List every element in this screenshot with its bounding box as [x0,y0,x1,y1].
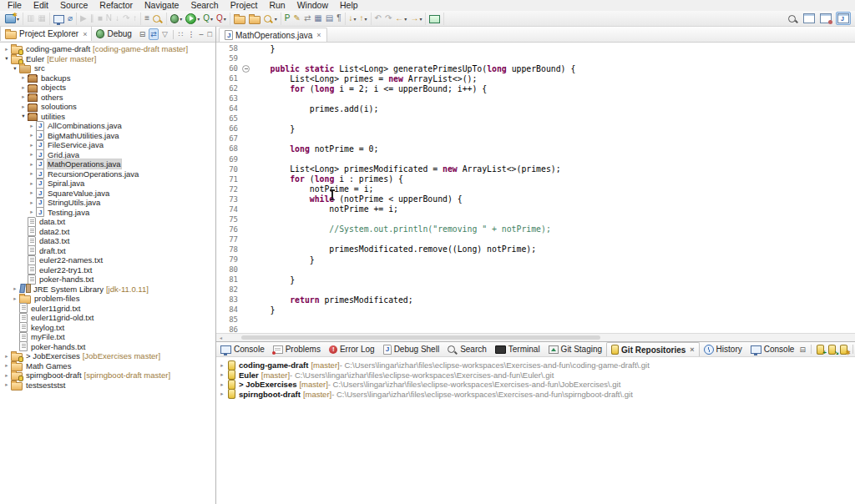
expander-icon[interactable]: ▸ [19,74,28,81]
tab-search[interactable]: Search [443,343,491,356]
coverage-button[interactable]: Q▾ [202,13,214,23]
code-line[interactable]: 61 List<Long> primes = new ArrayList<>()… [216,73,855,83]
code-line[interactable]: 86 [216,325,855,333]
tree-item-euler11grid-txt[interactable]: euler11grid.txt [0,304,215,314]
tree-item-testseststst[interactable]: ▸testseststst [0,381,215,391]
link-with-editor-button[interactable]: ⇄ [149,28,159,40]
tree-item-recursionoperations-java[interactable]: ▸RecursionOperations.java [0,169,215,179]
tab-problems[interactable]: Problems [269,343,325,356]
line-number[interactable]: 79 [216,255,241,264]
tree-item-jre-system-library[interactable]: ▸JRE System Library[jdk-11.0.11] [0,285,215,295]
step-over-button[interactable]: ↷ [122,13,130,23]
code-line[interactable]: 71 for (long i : primes) { [216,174,855,184]
tab-mathoperations-java[interactable]: MathOperations.java× [219,28,327,42]
tree-item-fileservice-java[interactable]: ▸FileService.java [0,140,215,150]
expander-icon[interactable]: ▸ [28,170,36,177]
sync-pages-button[interactable]: ⇄ [303,13,311,23]
expander-icon[interactable]: ▸ [19,84,28,91]
line-number[interactable]: 77 [216,235,241,244]
tab-git-repositories[interactable]: Git Repositories× [606,342,700,356]
minimize-button[interactable]: – [199,29,205,39]
repo-row-coding-game-draft[interactable]: ▸coding-game-draft[master] - C:\Users\li… [218,360,855,370]
search-button[interactable] [787,13,799,24]
line-number[interactable]: 78 [216,245,241,254]
tree-item-spiral-java[interactable]: ▸Spiral.java [0,179,215,189]
search-toolbar-button[interactable]: ▾ [263,13,278,24]
open-console-button[interactable] [53,13,65,24]
tree-item-problem-files[interactable]: ▸problem-files [0,294,215,304]
tree-item-spirngboot-draft[interactable]: ▸spirngboot-draft[spirngboot-draft maste… [0,370,215,381]
scrollbar-thumb[interactable] [241,335,600,340]
line-number[interactable]: 74 [216,205,241,214]
code-line[interactable]: 72 notPrime = i; [216,184,855,194]
disconnect-button[interactable]: N [105,13,113,23]
step-return-button[interactable]: ↑ [132,13,138,23]
menu-search[interactable]: Search [185,0,224,11]
code-editor[interactable]: 58 }5960 public static List<Long> genera… [216,43,855,333]
menu-file[interactable]: File [2,0,28,11]
tree-item-mathoperations-java[interactable]: ▸MathOperations.java [0,159,215,169]
last-edit-location-button[interactable]: ↶ [374,13,382,23]
code-line[interactable]: 83 return primesModificated; [216,295,855,305]
expander-icon[interactable]: ▸ [11,285,19,292]
tab-console[interactable]: Console [216,343,269,356]
line-number[interactable]: 60 [216,64,241,73]
expander-icon[interactable]: ▸ [28,142,36,149]
tree-item-testing-java[interactable]: ▸Testing.java [0,208,215,218]
create-repository-button[interactable] [839,344,848,354]
profile-button[interactable]: Q▾ [215,13,227,23]
line-number[interactable]: 59 [216,54,241,63]
expander-icon[interactable]: ▸ [218,381,226,388]
line-number[interactable]: 65 [216,114,241,123]
tree-item-utilities[interactable]: ▾utilities [0,112,215,122]
expander-icon[interactable]: ▸ [3,46,11,53]
code-line[interactable]: 74 notPrime += i; [216,204,855,214]
expander-icon[interactable]: ▾ [11,65,19,72]
tab-project-explorer[interactable]: Project Explorer× [0,27,92,41]
expander-icon[interactable]: ▸ [28,161,36,168]
java-editor-button[interactable]: ✎ [292,13,301,23]
tree-item-math-games[interactable]: ▸Math Games [0,361,215,371]
menu-run[interactable]: Run [263,0,291,11]
close-icon[interactable]: × [690,345,694,354]
step-into-button[interactable]: ↓ [114,13,120,23]
code-line[interactable]: 85 [216,315,855,325]
code-line[interactable]: 66 } [216,123,855,134]
git-repositories-list[interactable]: ▸coding-game-draft[master] - C:\Users\li… [216,357,855,399]
line-number[interactable]: 62 [216,84,241,93]
horizontal-scrollbar[interactable]: ◂ [216,333,855,341]
java-perspective-button[interactable] [836,12,851,25]
code-line[interactable]: 76 //System.out.println("removing " + no… [216,224,855,234]
line-number[interactable]: 73 [216,195,241,204]
code-line[interactable]: 62 for (long i = 2; i <= upperBound; i++… [216,83,855,93]
expander-icon[interactable]: ▸ [3,353,11,360]
repo-row-euler[interactable]: ▸Euler[master] - C:\Users\lingar\izhar\f… [218,370,855,381]
tree-item-euler11grid-old-txt[interactable]: euler11grid-old.txt [0,313,215,323]
tree-item-others[interactable]: ▸others [0,93,215,103]
code-line[interactable]: 67 [216,134,855,144]
tree-item-squarevalue-java[interactable]: ▸SquareValue.java [0,189,215,199]
line-number[interactable]: 64 [216,104,241,113]
close-icon[interactable]: × [316,31,321,39]
back-button[interactable]: ←▾ [394,13,407,23]
expander-icon[interactable]: ▸ [28,151,36,158]
line-number[interactable]: 80 [216,265,241,274]
repo-row-spirngboot-draft[interactable]: ▸spirngboot-draft[master] - C:\Users\lin… [218,390,855,400]
code-line[interactable]: 59 [216,53,855,63]
code-line[interactable]: 58 } [216,43,855,53]
code-line[interactable]: 79 } [216,255,855,265]
line-number[interactable]: 61 [216,74,241,83]
terminate-button[interactable]: ■ [97,13,104,23]
expander-icon[interactable]: ▸ [19,93,28,100]
expander-icon[interactable]: ▾ [19,113,28,119]
view-menu-button[interactable]: ⋮ [187,29,196,39]
open-search-dialog-button[interactable] [152,13,164,24]
show-whitespace-button[interactable]: ¶ [336,13,341,23]
tab-history[interactable]: History [700,343,746,356]
tree-item-grid-java[interactable]: ▸Grid.java [0,150,215,160]
tab-terminal[interactable]: Terminal [491,343,544,356]
tree-item-bigmathutilities-java[interactable]: ▸BigMathUtilities.java [0,131,215,141]
debug-perspective-button[interactable] [819,13,832,24]
tab-debug-shell[interactable]: Debug Shell [379,343,443,356]
tree-item-euler22-try1-txt[interactable]: euler22-try1.txt [0,265,215,275]
